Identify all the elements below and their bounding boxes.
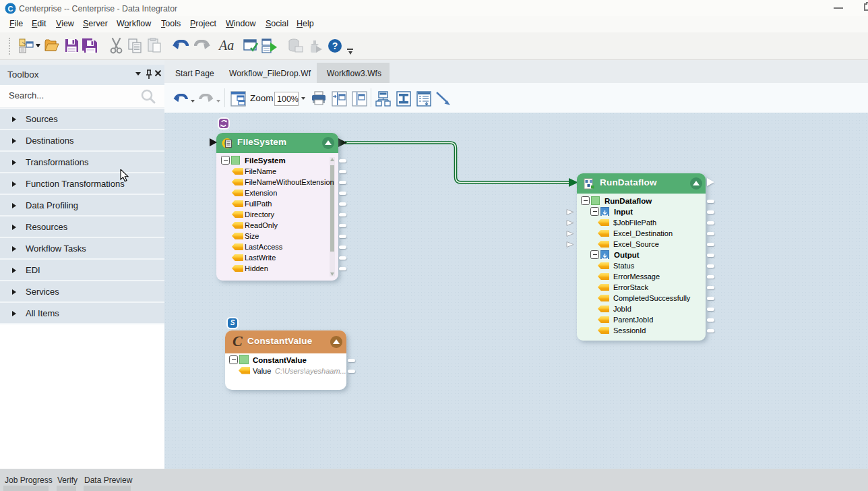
svg-text:C: C bbox=[8, 5, 13, 13]
svg-text:?: ? bbox=[332, 40, 338, 51]
